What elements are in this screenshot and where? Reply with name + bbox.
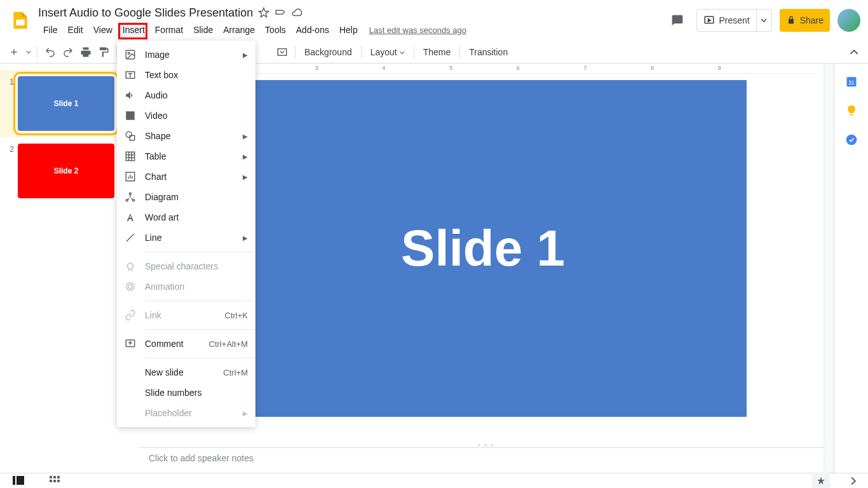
menu-item-new-slide[interactable]: New slideCtrl+M [117, 362, 255, 383]
layout-button[interactable]: Layout [365, 44, 410, 60]
menu-item-video[interactable]: Video [117, 105, 255, 126]
image-icon [125, 49, 136, 60]
menu-item-comment[interactable]: CommentCtrl+Alt+M [117, 334, 255, 354]
collapse-toolbar-button[interactable] [845, 43, 863, 61]
notes-resize-handle[interactable]: • • • [139, 442, 834, 447]
present-dropdown-button[interactable] [757, 9, 772, 32]
speaker-notes[interactable]: Click to add speaker notes [139, 447, 834, 473]
svg-point-25 [128, 285, 132, 288]
open-comments-button[interactable] [666, 9, 689, 32]
new-slide-dropdown[interactable] [24, 43, 33, 61]
menu-item-line[interactable]: Line▶ [117, 227, 255, 248]
title-block: Insert Audio to Google Slides Presentati… [33, 5, 666, 38]
insert-dropdown: Image▶Text boxAudioVideoShape▶Table▶Char… [117, 41, 255, 427]
side-panel: 31 [834, 64, 868, 473]
explore-button[interactable] [812, 472, 830, 489]
shape-icon [125, 130, 136, 142]
menu-item-label: Comment [145, 339, 200, 349]
slide-thumb-2[interactable]: Slide 2 [18, 144, 114, 198]
menu-item-label: Image [145, 50, 234, 60]
slides-logo[interactable] [8, 8, 33, 33]
menu-help[interactable]: Help [334, 22, 363, 37]
user-avatar[interactable] [837, 9, 860, 32]
transition-button[interactable]: Transition [464, 44, 513, 60]
background-button[interactable]: Background [299, 44, 357, 60]
header-right: Present Share [666, 9, 860, 32]
slide-title-text: Slide 1 [401, 219, 565, 278]
menu-item-image[interactable]: Image▶ [117, 44, 255, 65]
cloud-status-icon[interactable] [291, 7, 302, 18]
menu-arrange[interactable]: Arrange [218, 22, 260, 37]
menu-item-chart[interactable]: Chart▶ [117, 166, 255, 187]
bottom-bar [0, 473, 868, 488]
menu-item-label: Line [145, 233, 234, 243]
svg-rect-7 [17, 476, 24, 485]
grid-view-icon[interactable] [50, 476, 60, 486]
menu-edit[interactable]: Edit [63, 22, 88, 37]
svg-rect-11 [50, 480, 52, 482]
redo-button[interactable] [59, 43, 77, 61]
submenu-arrow-icon: ▶ [243, 173, 248, 180]
filmstrip-view-icon[interactable] [13, 476, 24, 486]
fit-button[interactable] [273, 43, 291, 61]
menu-item-text-box[interactable]: Text box [117, 65, 255, 85]
menu-item-label: Chart [145, 172, 234, 182]
sidepanel-toggle-icon[interactable] [849, 477, 858, 485]
menu-addons[interactable]: Add-ons [291, 22, 334, 37]
share-button[interactable]: Share [780, 9, 830, 32]
link-icon [125, 309, 136, 321]
table-icon [125, 151, 136, 162]
svg-rect-8 [50, 476, 52, 478]
menu-insert[interactable]: Insert [118, 22, 150, 37]
tasks-addon-icon[interactable] [845, 133, 858, 146]
menu-view[interactable]: View [88, 22, 118, 37]
svg-rect-20 [126, 152, 135, 161]
svg-rect-9 [53, 476, 56, 478]
menu-item-diagram[interactable]: Diagram [117, 187, 255, 207]
menu-item-label: Shape [145, 131, 234, 141]
menu-shortcut: Ctrl+M [223, 368, 248, 377]
vertical-scrollbar[interactable] [824, 64, 834, 473]
svg-rect-19 [130, 135, 135, 140]
menu-item-audio[interactable]: Audio [117, 85, 255, 105]
move-icon[interactable] [275, 7, 286, 18]
print-button[interactable] [77, 43, 95, 61]
present-button[interactable]: Present [696, 9, 756, 32]
thumb-label: Slide 1 [54, 99, 79, 108]
last-edit[interactable]: Last edit was seconds ago [369, 25, 466, 35]
menu-item-label: Special characters [145, 261, 248, 271]
diagram-icon [125, 191, 136, 203]
menu-item-word-art[interactable]: Word art [117, 207, 255, 227]
menu-tools[interactable]: Tools [260, 22, 291, 37]
menu-item-label: Animation [145, 281, 248, 292]
svg-point-22 [130, 193, 132, 194]
new-slide-button[interactable] [5, 43, 23, 61]
svg-rect-6 [13, 476, 15, 485]
undo-button[interactable] [41, 43, 59, 61]
slide-thumb-1[interactable]: Slide 1 [18, 76, 114, 131]
theme-button[interactable]: Theme [418, 44, 456, 60]
paint-format-button[interactable] [95, 43, 112, 61]
textbox-icon [125, 69, 136, 81]
menu-item-table[interactable]: Table▶ [117, 146, 255, 166]
star-icon[interactable] [258, 7, 269, 18]
menu-item-label: Diagram [145, 192, 248, 202]
slide-canvas[interactable]: Slide 1 [219, 80, 747, 417]
keep-addon-icon[interactable] [845, 104, 858, 117]
svg-rect-12 [53, 480, 56, 482]
menu-file[interactable]: File [38, 22, 63, 37]
thumb-num-1: 1 [6, 76, 18, 131]
menu-item-slide-numbers[interactable]: Slide numbers [117, 383, 255, 403]
menu-item-shape[interactable]: Shape▶ [117, 126, 255, 146]
menu-item-label: Word art [145, 212, 248, 222]
blank-icon [125, 367, 136, 378]
menu-slide[interactable]: Slide [188, 22, 218, 37]
svg-point-26 [126, 283, 134, 290]
svg-point-18 [126, 132, 132, 137]
menu-format[interactable]: Format [150, 22, 188, 37]
calendar-addon-icon[interactable]: 31 [845, 75, 858, 88]
submenu-arrow-icon: ▶ [243, 410, 248, 417]
submenu-arrow-icon: ▶ [243, 133, 248, 140]
doc-title[interactable]: Insert Audio to Google Slides Presentati… [38, 6, 253, 20]
blank-icon [125, 387, 136, 398]
